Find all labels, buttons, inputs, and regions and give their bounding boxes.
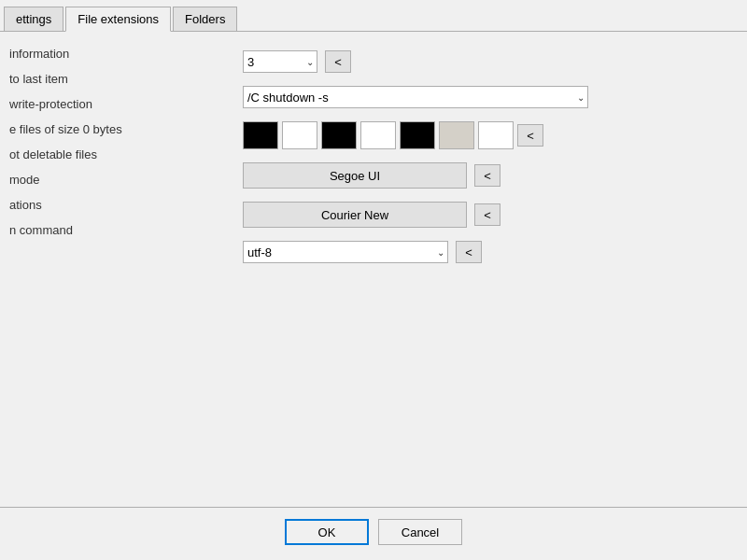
font1-row: Segoe UI < <box>243 162 728 189</box>
cancel-button[interactable]: Cancel <box>378 519 462 545</box>
tab-folders[interactable]: Folders <box>173 7 237 32</box>
color-box-6[interactable] <box>439 121 474 149</box>
item-ations[interactable]: ations <box>0 192 224 217</box>
command-select-wrapper: /C shutdown -s /C shutdown -r /C reboot … <box>243 86 588 108</box>
item-write-protection[interactable]: write-protection <box>0 91 224 117</box>
font1-less-button[interactable]: < <box>474 164 500 187</box>
color-box-4[interactable] <box>360 121 396 149</box>
encoding-select-wrapper: utf-8 utf-16 ascii latin-1 ⌄ <box>243 241 448 263</box>
item-not-deletable[interactable]: ot deletable files <box>0 142 224 167</box>
font1-button[interactable]: Segoe UI <box>243 162 467 189</box>
font2-row: Courier New < <box>243 202 728 228</box>
iterations-select[interactable]: 3 1 2 4 5 <box>243 50 317 73</box>
color-box-5[interactable] <box>400 121 435 149</box>
tab-bar: ettings File extensions Folders <box>0 0 747 32</box>
iterations-less-button[interactable]: < <box>325 50 351 73</box>
encoding-row: utf-8 utf-16 ascii latin-1 ⌄ < <box>243 241 728 263</box>
encoding-less-button[interactable]: < <box>456 241 482 263</box>
color-box-7[interactable] <box>478 121 514 149</box>
command-row: /C shutdown -s /C shutdown -r /C reboot … <box>243 86 728 108</box>
item-n-command[interactable]: n command <box>0 217 224 243</box>
main-content: information to last item write-protectio… <box>0 32 747 507</box>
color-box-1[interactable] <box>243 121 278 149</box>
color-box-3[interactable] <box>321 121 357 149</box>
item-mode[interactable]: mode <box>0 167 224 192</box>
font2-less-button[interactable]: < <box>474 203 500 226</box>
controls-panel: 3 1 2 4 5 ⌄ < /C shutdown -s /C shutdown… <box>224 32 747 507</box>
iterations-row: 3 1 2 4 5 ⌄ < <box>243 50 728 73</box>
iterations-select-wrapper: 3 1 2 4 5 ⌄ <box>243 50 317 73</box>
ok-button[interactable]: OK <box>285 519 369 545</box>
color-boxes-row: < <box>243 121 728 149</box>
tab-settings[interactable]: ettings <box>4 7 63 32</box>
item-last-item[interactable]: to last item <box>0 66 224 91</box>
settings-list: information to last item write-protectio… <box>0 32 224 507</box>
item-files-size-0[interactable]: e files of size 0 bytes <box>0 117 224 142</box>
color-less-button[interactable]: < <box>517 124 543 147</box>
encoding-select[interactable]: utf-8 utf-16 ascii latin-1 <box>243 241 448 263</box>
dialog: ettings File extensions Folders informat… <box>0 0 747 560</box>
item-information[interactable]: information <box>0 41 224 66</box>
command-select[interactable]: /C shutdown -s /C shutdown -r /C reboot <box>243 86 588 108</box>
color-box-2[interactable] <box>282 121 317 149</box>
dialog-footer: OK Cancel <box>0 507 747 560</box>
font2-button[interactable]: Courier New <box>243 202 467 228</box>
tab-file-extensions[interactable]: File extensions <box>65 7 171 32</box>
